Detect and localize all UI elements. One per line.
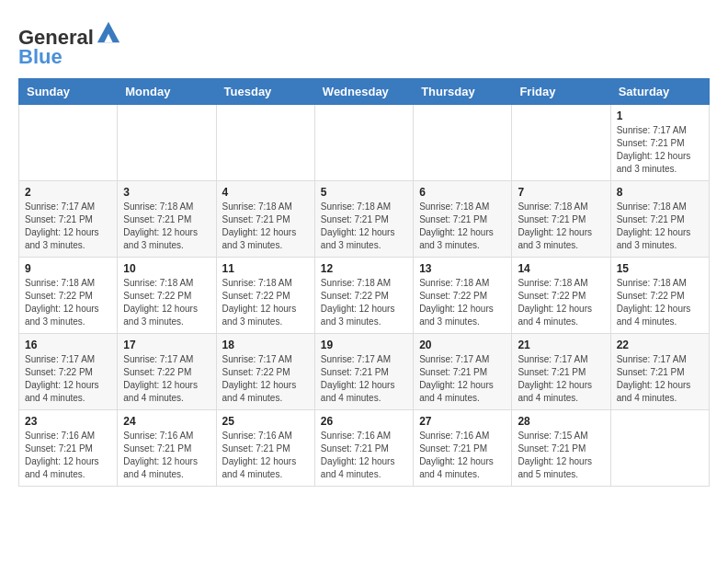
- day-cell: 28Sunrise: 7:15 AM Sunset: 7:21 PM Dayli…: [512, 410, 610, 487]
- day-number: 13: [419, 262, 506, 275]
- day-cell: [118, 105, 216, 181]
- day-detail: Sunrise: 7:16 AM Sunset: 7:21 PM Dayligh…: [222, 430, 309, 481]
- week-row-1: 1Sunrise: 7:17 AM Sunset: 7:21 PM Daylig…: [19, 105, 710, 181]
- day-cell: [414, 105, 512, 181]
- weekday-header-friday: Friday: [512, 79, 610, 105]
- day-detail: Sunrise: 7:17 AM Sunset: 7:21 PM Dayligh…: [419, 353, 506, 405]
- day-cell: 19Sunrise: 7:17 AM Sunset: 7:21 PM Dayli…: [314, 334, 413, 410]
- day-detail: Sunrise: 7:16 AM Sunset: 7:21 PM Dayligh…: [25, 430, 111, 481]
- day-cell: 21Sunrise: 7:17 AM Sunset: 7:21 PM Dayli…: [512, 334, 610, 410]
- day-cell: 15Sunrise: 7:18 AM Sunset: 7:22 PM Dayli…: [610, 258, 709, 334]
- day-cell: 18Sunrise: 7:17 AM Sunset: 7:22 PM Dayli…: [216, 334, 314, 410]
- day-detail: Sunrise: 7:18 AM Sunset: 7:21 PM Dayligh…: [123, 201, 210, 252]
- day-cell: 7Sunrise: 7:18 AM Sunset: 7:21 PM Daylig…: [512, 181, 610, 258]
- day-number: 17: [123, 339, 210, 351]
- day-detail: Sunrise: 7:18 AM Sunset: 7:21 PM Dayligh…: [222, 201, 309, 252]
- day-number: 1: [617, 109, 703, 122]
- day-cell: [216, 105, 314, 181]
- weekday-header-wednesday: Wednesday: [314, 79, 413, 105]
- day-number: 16: [25, 339, 111, 351]
- week-row-3: 9Sunrise: 7:18 AM Sunset: 7:22 PM Daylig…: [19, 258, 710, 334]
- day-cell: [314, 105, 413, 181]
- day-number: 22: [617, 339, 703, 351]
- weekday-header-row: SundayMondayTuesdayWednesdayThursdayFrid…: [19, 79, 710, 105]
- day-number: 12: [321, 262, 407, 275]
- day-detail: Sunrise: 7:17 AM Sunset: 7:22 PM Dayligh…: [25, 353, 111, 405]
- weekday-header-tuesday: Tuesday: [216, 79, 314, 105]
- day-cell: 22Sunrise: 7:17 AM Sunset: 7:21 PM Dayli…: [610, 334, 709, 410]
- day-number: 4: [222, 186, 309, 199]
- day-number: 11: [222, 262, 309, 275]
- day-number: 23: [25, 415, 111, 428]
- day-detail: Sunrise: 7:18 AM Sunset: 7:22 PM Dayligh…: [123, 277, 210, 328]
- day-detail: Sunrise: 7:15 AM Sunset: 7:21 PM Dayligh…: [518, 430, 604, 481]
- day-cell: 4Sunrise: 7:18 AM Sunset: 7:21 PM Daylig…: [216, 181, 314, 258]
- day-number: 18: [222, 339, 309, 351]
- day-detail: Sunrise: 7:18 AM Sunset: 7:22 PM Dayligh…: [222, 277, 309, 328]
- day-number: 10: [123, 262, 210, 275]
- day-number: 25: [222, 415, 309, 428]
- day-cell: 17Sunrise: 7:17 AM Sunset: 7:22 PM Dayli…: [118, 334, 216, 410]
- day-number: 15: [617, 262, 703, 275]
- day-cell: 5Sunrise: 7:18 AM Sunset: 7:21 PM Daylig…: [314, 181, 413, 258]
- day-cell: 25Sunrise: 7:16 AM Sunset: 7:21 PM Dayli…: [216, 410, 314, 487]
- day-detail: Sunrise: 7:16 AM Sunset: 7:21 PM Dayligh…: [123, 430, 210, 481]
- day-cell: 13Sunrise: 7:18 AM Sunset: 7:22 PM Dayli…: [414, 258, 512, 334]
- day-number: 6: [419, 186, 506, 199]
- day-cell: 23Sunrise: 7:16 AM Sunset: 7:21 PM Dayli…: [19, 410, 118, 487]
- day-cell: [610, 410, 709, 487]
- week-row-2: 2Sunrise: 7:17 AM Sunset: 7:21 PM Daylig…: [19, 181, 710, 258]
- day-cell: 20Sunrise: 7:17 AM Sunset: 7:21 PM Dayli…: [414, 334, 512, 410]
- logo: General Blue: [18, 18, 121, 69]
- day-detail: Sunrise: 7:18 AM Sunset: 7:22 PM Dayligh…: [25, 277, 111, 328]
- day-cell: 9Sunrise: 7:18 AM Sunset: 7:22 PM Daylig…: [19, 258, 118, 334]
- day-cell: 11Sunrise: 7:18 AM Sunset: 7:22 PM Dayli…: [216, 258, 314, 334]
- weekday-header-thursday: Thursday: [414, 79, 512, 105]
- day-number: 9: [25, 262, 111, 275]
- day-cell: 6Sunrise: 7:18 AM Sunset: 7:21 PM Daylig…: [414, 181, 512, 258]
- logo-icon: [96, 18, 121, 44]
- day-detail: Sunrise: 7:17 AM Sunset: 7:21 PM Dayligh…: [617, 353, 703, 405]
- day-number: 27: [419, 415, 506, 428]
- day-cell: 12Sunrise: 7:18 AM Sunset: 7:22 PM Dayli…: [314, 258, 413, 334]
- day-cell: 10Sunrise: 7:18 AM Sunset: 7:22 PM Dayli…: [118, 258, 216, 334]
- day-detail: Sunrise: 7:18 AM Sunset: 7:22 PM Dayligh…: [617, 277, 703, 328]
- day-detail: Sunrise: 7:18 AM Sunset: 7:22 PM Dayligh…: [419, 277, 506, 328]
- day-number: 20: [419, 339, 506, 351]
- day-number: 28: [518, 415, 604, 428]
- day-number: 8: [617, 186, 703, 199]
- day-detail: Sunrise: 7:17 AM Sunset: 7:21 PM Dayligh…: [518, 353, 604, 405]
- day-detail: Sunrise: 7:16 AM Sunset: 7:21 PM Dayligh…: [419, 430, 506, 481]
- week-row-5: 23Sunrise: 7:16 AM Sunset: 7:21 PM Dayli…: [19, 410, 710, 487]
- day-number: 3: [123, 186, 210, 199]
- week-row-4: 16Sunrise: 7:17 AM Sunset: 7:22 PM Dayli…: [19, 334, 710, 410]
- day-detail: Sunrise: 7:18 AM Sunset: 7:22 PM Dayligh…: [321, 277, 407, 328]
- day-number: 5: [321, 186, 407, 199]
- day-cell: 3Sunrise: 7:18 AM Sunset: 7:21 PM Daylig…: [118, 181, 216, 258]
- day-number: 2: [25, 186, 111, 199]
- calendar-table: SundayMondayTuesdayWednesdayThursdayFrid…: [18, 78, 710, 487]
- weekday-header-sunday: Sunday: [19, 79, 118, 105]
- day-number: 7: [518, 186, 604, 199]
- day-cell: [19, 105, 118, 181]
- day-detail: Sunrise: 7:17 AM Sunset: 7:21 PM Dayligh…: [321, 353, 407, 405]
- day-detail: Sunrise: 7:17 AM Sunset: 7:21 PM Dayligh…: [617, 124, 703, 176]
- weekday-header-saturday: Saturday: [610, 79, 709, 105]
- day-detail: Sunrise: 7:17 AM Sunset: 7:22 PM Dayligh…: [123, 353, 210, 405]
- day-cell: 14Sunrise: 7:18 AM Sunset: 7:22 PM Dayli…: [512, 258, 610, 334]
- day-detail: Sunrise: 7:18 AM Sunset: 7:21 PM Dayligh…: [518, 201, 604, 252]
- day-cell: 24Sunrise: 7:16 AM Sunset: 7:21 PM Dayli…: [118, 410, 216, 487]
- day-detail: Sunrise: 7:17 AM Sunset: 7:22 PM Dayligh…: [222, 353, 309, 405]
- day-detail: Sunrise: 7:16 AM Sunset: 7:21 PM Dayligh…: [321, 430, 407, 481]
- day-cell: 26Sunrise: 7:16 AM Sunset: 7:21 PM Dayli…: [314, 410, 413, 487]
- day-number: 26: [321, 415, 407, 428]
- day-detail: Sunrise: 7:18 AM Sunset: 7:21 PM Dayligh…: [419, 201, 506, 252]
- day-cell: 1Sunrise: 7:17 AM Sunset: 7:21 PM Daylig…: [610, 105, 709, 181]
- weekday-header-monday: Monday: [118, 79, 216, 105]
- day-cell: [512, 105, 610, 181]
- day-number: 24: [123, 415, 210, 428]
- day-cell: 8Sunrise: 7:18 AM Sunset: 7:21 PM Daylig…: [610, 181, 709, 258]
- day-detail: Sunrise: 7:18 AM Sunset: 7:21 PM Dayligh…: [617, 201, 703, 252]
- day-cell: 27Sunrise: 7:16 AM Sunset: 7:21 PM Dayli…: [414, 410, 512, 487]
- day-detail: Sunrise: 7:17 AM Sunset: 7:21 PM Dayligh…: [25, 201, 111, 252]
